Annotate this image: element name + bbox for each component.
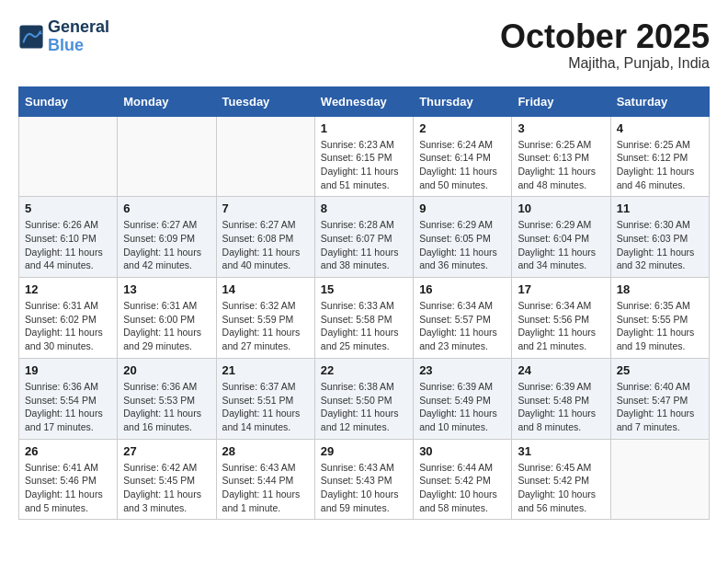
calendar-cell: 27Sunrise: 6:42 AM Sunset: 5:45 PM Dayli… [118, 439, 216, 520]
calendar-cell: 18Sunrise: 6:35 AM Sunset: 5:55 PM Dayli… [610, 278, 709, 359]
day-number: 19 [25, 363, 111, 377]
day-info: Sunrise: 6:43 AM Sunset: 5:43 PM Dayligh… [321, 461, 407, 515]
day-info: Sunrise: 6:30 AM Sunset: 6:03 PM Dayligh… [617, 218, 703, 272]
day-number: 10 [518, 201, 604, 215]
calendar-cell: 11Sunrise: 6:30 AM Sunset: 6:03 PM Dayli… [610, 197, 709, 278]
calendar-cell: 15Sunrise: 6:33 AM Sunset: 5:58 PM Dayli… [314, 278, 413, 359]
day-info: Sunrise: 6:29 AM Sunset: 6:04 PM Dayligh… [518, 218, 604, 272]
day-info: Sunrise: 6:43 AM Sunset: 5:44 PM Dayligh… [222, 461, 309, 515]
day-info: Sunrise: 6:34 AM Sunset: 5:56 PM Dayligh… [518, 299, 604, 353]
day-number: 11 [617, 201, 703, 215]
logo-icon [18, 24, 44, 50]
day-number: 26 [25, 444, 111, 458]
day-info: Sunrise: 6:41 AM Sunset: 5:46 PM Dayligh… [25, 461, 111, 515]
svg-rect-0 [19, 25, 42, 48]
day-number: 9 [419, 201, 506, 215]
calendar-cell: 29Sunrise: 6:43 AM Sunset: 5:43 PM Dayli… [314, 439, 413, 520]
day-number: 28 [222, 444, 309, 458]
calendar-cell: 20Sunrise: 6:36 AM Sunset: 5:53 PM Dayli… [118, 358, 216, 439]
calendar-week-row: 12Sunrise: 6:31 AM Sunset: 6:02 PM Dayli… [19, 278, 710, 359]
day-number: 13 [123, 282, 210, 296]
day-number: 8 [321, 201, 407, 215]
calendar-cell: 4Sunrise: 6:25 AM Sunset: 6:12 PM Daylig… [610, 116, 709, 197]
calendar-week-row: 5Sunrise: 6:26 AM Sunset: 6:10 PM Daylig… [19, 197, 710, 278]
calendar-week-row: 1Sunrise: 6:23 AM Sunset: 6:15 PM Daylig… [19, 116, 710, 197]
weekday-header-saturday: Saturday [610, 86, 709, 116]
day-number: 23 [419, 363, 506, 377]
calendar-cell: 31Sunrise: 6:45 AM Sunset: 5:42 PM Dayli… [512, 439, 610, 520]
day-number: 16 [419, 282, 506, 296]
day-info: Sunrise: 6:36 AM Sunset: 5:53 PM Dayligh… [123, 380, 210, 434]
calendar-cell: 21Sunrise: 6:37 AM Sunset: 5:51 PM Dayli… [216, 358, 314, 439]
calendar-cell: 17Sunrise: 6:34 AM Sunset: 5:56 PM Dayli… [512, 278, 610, 359]
day-info: Sunrise: 6:38 AM Sunset: 5:50 PM Dayligh… [321, 380, 407, 434]
day-info: Sunrise: 6:23 AM Sunset: 6:15 PM Dayligh… [321, 138, 407, 192]
calendar-cell [216, 116, 314, 197]
calendar-cell: 26Sunrise: 6:41 AM Sunset: 5:46 PM Dayli… [19, 439, 118, 520]
day-info: Sunrise: 6:29 AM Sunset: 6:05 PM Dayligh… [419, 218, 506, 272]
day-number: 21 [222, 363, 309, 377]
day-info: Sunrise: 6:42 AM Sunset: 5:45 PM Dayligh… [123, 461, 210, 515]
day-info: Sunrise: 6:35 AM Sunset: 5:55 PM Dayligh… [617, 299, 703, 353]
calendar-cell: 28Sunrise: 6:43 AM Sunset: 5:44 PM Dayli… [216, 439, 314, 520]
day-number: 29 [321, 444, 407, 458]
day-info: Sunrise: 6:31 AM Sunset: 6:02 PM Dayligh… [25, 299, 111, 353]
calendar-cell: 1Sunrise: 6:23 AM Sunset: 6:15 PM Daylig… [314, 116, 413, 197]
day-number: 5 [25, 201, 111, 215]
calendar-cell: 19Sunrise: 6:36 AM Sunset: 5:54 PM Dayli… [19, 358, 118, 439]
day-number: 14 [222, 282, 309, 296]
calendar-cell: 2Sunrise: 6:24 AM Sunset: 6:14 PM Daylig… [414, 116, 512, 197]
day-info: Sunrise: 6:39 AM Sunset: 5:48 PM Dayligh… [518, 380, 604, 434]
day-number: 22 [321, 363, 407, 377]
logo-text: GeneralBlue [48, 18, 109, 55]
day-number: 18 [617, 282, 703, 296]
calendar-cell: 9Sunrise: 6:29 AM Sunset: 6:05 PM Daylig… [414, 197, 512, 278]
calendar-cell [610, 439, 709, 520]
calendar-cell: 10Sunrise: 6:29 AM Sunset: 6:04 PM Dayli… [512, 197, 610, 278]
calendar-cell: 8Sunrise: 6:28 AM Sunset: 6:07 PM Daylig… [314, 197, 413, 278]
day-info: Sunrise: 6:25 AM Sunset: 6:12 PM Dayligh… [617, 138, 703, 192]
calendar-cell: 6Sunrise: 6:27 AM Sunset: 6:09 PM Daylig… [118, 197, 216, 278]
calendar-cell: 3Sunrise: 6:25 AM Sunset: 6:13 PM Daylig… [512, 116, 610, 197]
day-number: 4 [617, 121, 703, 135]
day-info: Sunrise: 6:32 AM Sunset: 5:59 PM Dayligh… [222, 299, 309, 353]
day-info: Sunrise: 6:34 AM Sunset: 5:57 PM Dayligh… [419, 299, 506, 353]
logo: GeneralBlue [18, 18, 109, 55]
weekday-header-sunday: Sunday [19, 86, 118, 116]
calendar-cell: 30Sunrise: 6:44 AM Sunset: 5:42 PM Dayli… [414, 439, 512, 520]
month-title: October 2025 [500, 18, 710, 55]
day-info: Sunrise: 6:40 AM Sunset: 5:47 PM Dayligh… [617, 380, 703, 434]
day-info: Sunrise: 6:25 AM Sunset: 6:13 PM Dayligh… [518, 138, 604, 192]
calendar-cell [19, 116, 118, 197]
calendar-week-row: 26Sunrise: 6:41 AM Sunset: 5:46 PM Dayli… [19, 439, 710, 520]
day-info: Sunrise: 6:44 AM Sunset: 5:42 PM Dayligh… [419, 461, 506, 515]
day-info: Sunrise: 6:24 AM Sunset: 6:14 PM Dayligh… [419, 138, 506, 192]
calendar-cell: 25Sunrise: 6:40 AM Sunset: 5:47 PM Dayli… [610, 358, 709, 439]
day-number: 3 [518, 121, 604, 135]
calendar-cell: 23Sunrise: 6:39 AM Sunset: 5:49 PM Dayli… [414, 358, 512, 439]
weekday-header-wednesday: Wednesday [314, 86, 413, 116]
calendar-week-row: 19Sunrise: 6:36 AM Sunset: 5:54 PM Dayli… [19, 358, 710, 439]
day-number: 30 [419, 444, 506, 458]
day-number: 12 [25, 282, 111, 296]
day-info: Sunrise: 6:39 AM Sunset: 5:49 PM Dayligh… [419, 380, 506, 434]
calendar-cell: 12Sunrise: 6:31 AM Sunset: 6:02 PM Dayli… [19, 278, 118, 359]
day-info: Sunrise: 6:36 AM Sunset: 5:54 PM Dayligh… [25, 380, 111, 434]
weekday-header-thursday: Thursday [414, 86, 512, 116]
weekday-header-monday: Monday [118, 86, 216, 116]
weekday-header-tuesday: Tuesday [216, 86, 314, 116]
day-info: Sunrise: 6:45 AM Sunset: 5:42 PM Dayligh… [518, 461, 604, 515]
day-number: 15 [321, 282, 407, 296]
day-number: 7 [222, 201, 309, 215]
calendar-cell: 24Sunrise: 6:39 AM Sunset: 5:48 PM Dayli… [512, 358, 610, 439]
day-info: Sunrise: 6:28 AM Sunset: 6:07 PM Dayligh… [321, 218, 407, 272]
weekday-header-friday: Friday [512, 86, 610, 116]
page-header: GeneralBlue October 2025 Majitha, Punjab… [18, 18, 710, 72]
day-info: Sunrise: 6:31 AM Sunset: 6:00 PM Dayligh… [123, 299, 210, 353]
day-info: Sunrise: 6:37 AM Sunset: 5:51 PM Dayligh… [222, 380, 309, 434]
day-number: 24 [518, 363, 604, 377]
day-info: Sunrise: 6:27 AM Sunset: 6:08 PM Dayligh… [222, 218, 309, 272]
calendar-cell: 13Sunrise: 6:31 AM Sunset: 6:00 PM Dayli… [118, 278, 216, 359]
calendar-cell: 22Sunrise: 6:38 AM Sunset: 5:50 PM Dayli… [314, 358, 413, 439]
title-section: October 2025 Majitha, Punjab, India [500, 18, 710, 72]
